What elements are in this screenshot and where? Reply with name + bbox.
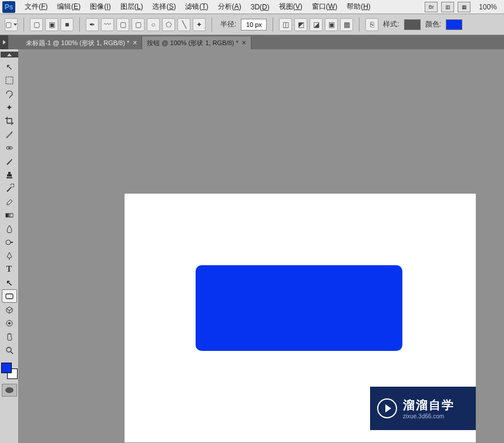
- close-icon[interactable]: ×: [133, 39, 137, 47]
- menu-filter[interactable]: 滤镜(T): [180, 0, 213, 13]
- menu-bar: Ps 文件(F) 编辑(E) 图像(I) 图层(L) 选择(S) 滤镜(T) 分…: [0, 0, 504, 14]
- svg-rect-0: [6, 77, 13, 84]
- svg-point-5: [6, 240, 11, 245]
- work-area: ↖ ✦ T ↖: [0, 49, 504, 443]
- opt-paths-icon[interactable]: ▣: [45, 18, 58, 31]
- close-icon[interactable]: ×: [242, 39, 246, 47]
- svg-point-9: [8, 322, 11, 324]
- ellipse-shape-icon[interactable]: ○: [147, 18, 160, 31]
- 3d-camera-tool[interactable]: [2, 316, 17, 330]
- view-extras-icon[interactable]: ▦: [458, 2, 471, 12]
- style-label: 样式:: [383, 19, 399, 29]
- dodge-tool[interactable]: [2, 235, 17, 249]
- gradient-tool[interactable]: [2, 208, 17, 222]
- magic-wand-tool[interactable]: ✦: [2, 100, 17, 114]
- radius-input[interactable]: [241, 19, 267, 31]
- menu-select[interactable]: 选择(S): [147, 0, 180, 13]
- mini-bridge-icon[interactable]: ▥: [441, 2, 454, 12]
- play-icon: [377, 398, 397, 418]
- tab-title: 按钮 @ 100% (形状 1, RGB/8) *: [147, 39, 238, 48]
- tab-title: 未标题-1 @ 100% (形状 1, RGB/8) *: [26, 39, 129, 48]
- 3d-tool[interactable]: [2, 303, 17, 316]
- freeform-pen-icon[interactable]: 〰: [101, 18, 114, 31]
- combine-subtract-icon[interactable]: ◩: [294, 18, 307, 31]
- move-tool[interactable]: ↖: [2, 60, 17, 73]
- crop-tool[interactable]: [2, 114, 17, 127]
- menu-view[interactable]: 视图(V): [274, 0, 307, 13]
- menu-analysis[interactable]: 分析(A): [213, 0, 246, 13]
- combine-add-icon[interactable]: ◫: [279, 18, 292, 31]
- path-selection-tool[interactable]: ↖: [2, 276, 17, 289]
- blur-tool[interactable]: [2, 222, 17, 235]
- hand-tool[interactable]: [2, 330, 17, 343]
- tab-handle-icon[interactable]: [0, 35, 8, 49]
- brush-tool[interactable]: [2, 154, 17, 168]
- marquee-tool[interactable]: [2, 73, 17, 87]
- combine-merge-icon[interactable]: ▦: [340, 18, 353, 31]
- opt-fill-pixels-icon[interactable]: ■: [61, 18, 73, 31]
- style-swatch[interactable]: [404, 19, 421, 30]
- type-tool[interactable]: T: [2, 262, 17, 276]
- link-icon[interactable]: ⎘: [365, 18, 378, 31]
- color-label: 颜色:: [425, 19, 441, 29]
- pen-tool-icon[interactable]: ✒: [86, 18, 99, 31]
- toolbox-handle-icon[interactable]: [1, 52, 18, 58]
- bridge-icon[interactable]: Br: [425, 2, 438, 12]
- rounded-rect-shape-icon[interactable]: ▢: [132, 18, 145, 31]
- svg-rect-4: [6, 214, 13, 217]
- menu-help[interactable]: 帮助(H): [342, 0, 375, 13]
- canvas-area[interactable]: 溜溜自学 zixue.3d66.com: [19, 49, 504, 443]
- toolbox: ↖ ✦ T ↖: [0, 49, 19, 443]
- pen-tool[interactable]: [2, 249, 17, 262]
- zoom-tool[interactable]: [2, 343, 17, 357]
- color-swatch[interactable]: [446, 19, 462, 30]
- zoom-level: 100%: [474, 3, 502, 11]
- foreground-color[interactable]: [1, 363, 12, 373]
- combine-intersect-icon[interactable]: ◪: [310, 18, 322, 31]
- rectangle-tool[interactable]: [2, 289, 17, 303]
- menu-3d[interactable]: 3D(D): [246, 1, 274, 13]
- menu-window[interactable]: 窗口(W): [307, 0, 342, 13]
- stamp-tool[interactable]: [2, 168, 17, 181]
- document-tab-1[interactable]: 未标题-1 @ 100% (形状 1, RGB/8) * ×: [21, 36, 142, 49]
- color-picker[interactable]: [1, 363, 18, 379]
- menu-file[interactable]: 文件(F): [20, 0, 52, 13]
- document-tab-2[interactable]: 按钮 @ 100% (形状 1, RGB/8) * ×: [142, 36, 251, 49]
- history-brush-tool[interactable]: [2, 181, 17, 195]
- watermark-title: 溜溜自学: [403, 397, 455, 413]
- custom-shape-icon[interactable]: ✦: [193, 18, 206, 31]
- eraser-tool[interactable]: [2, 195, 17, 208]
- quick-mask-toggle[interactable]: [2, 384, 17, 397]
- shape-layer-rectangle[interactable]: [196, 265, 402, 351]
- svg-line-11: [11, 351, 13, 354]
- app-logo: Ps: [2, 1, 15, 13]
- shape-mode-dropdown[interactable]: ▢: [5, 18, 18, 31]
- svg-rect-7: [6, 294, 13, 299]
- radius-label: 半径:: [220, 19, 236, 29]
- document-tabs: 未标题-1 @ 100% (形状 1, RGB/8) * × 按钮 @ 100%…: [0, 35, 504, 49]
- lasso-tool[interactable]: [2, 87, 17, 100]
- healing-tool[interactable]: [2, 141, 17, 154]
- menu-image[interactable]: 图像(I): [85, 0, 115, 13]
- svg-point-10: [6, 347, 11, 352]
- menu-edit[interactable]: 编辑(E): [52, 0, 85, 13]
- eyedropper-tool[interactable]: [2, 127, 17, 141]
- polygon-shape-icon[interactable]: ⬠: [162, 18, 175, 31]
- watermark-subtitle: zixue.3d66.com: [403, 413, 455, 420]
- rect-shape-icon[interactable]: ▢: [116, 18, 129, 31]
- watermark: 溜溜自学 zixue.3d66.com: [370, 387, 476, 430]
- menu-layer[interactable]: 图层(L): [116, 0, 148, 13]
- options-bar: ▢ ▢ ▣ ■ ✒ 〰 ▢ ▢ ○ ⬠ ╲ ✦ 半径: ◫ ◩ ◪ ▣ ▦ ⎘ …: [0, 14, 504, 35]
- combine-exclude-icon[interactable]: ▣: [325, 18, 338, 31]
- opt-shape-layers-icon[interactable]: ▢: [30, 18, 43, 31]
- line-shape-icon[interactable]: ╲: [177, 18, 190, 31]
